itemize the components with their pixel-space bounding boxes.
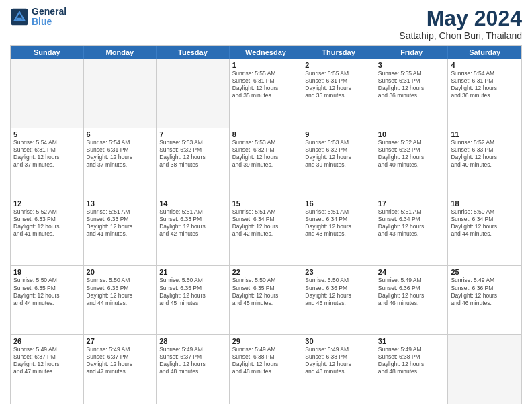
day-info: Sunrise: 5:51 AMSunset: 6:33 PMDaylight:… xyxy=(159,208,226,238)
page: General Blue May 2024 Sattahip, Chon Bur… xyxy=(0,0,532,411)
day-header-sunday: Sunday xyxy=(11,46,84,59)
day-number: 6 xyxy=(87,130,154,138)
day-number: 7 xyxy=(159,130,226,138)
day-info: Sunrise: 5:55 AMSunset: 6:31 PMDaylight:… xyxy=(305,70,372,99)
logo-line2: Blue xyxy=(32,17,66,27)
day-info: Sunrise: 5:49 AMSunset: 6:37 PMDaylight:… xyxy=(87,346,154,375)
day-number: 29 xyxy=(232,337,300,345)
day-header-saturday: Saturday xyxy=(448,46,521,59)
week-row-1: 1Sunrise: 5:55 AMSunset: 6:31 PMDaylight… xyxy=(11,59,521,128)
day-info: Sunrise: 5:53 AMSunset: 6:32 PMDaylight:… xyxy=(159,139,226,169)
subtitle: Sattahip, Chon Buri, Thailand xyxy=(399,30,522,41)
day-cell: 1Sunrise: 5:55 AMSunset: 6:31 PMDaylight… xyxy=(230,59,303,128)
day-cell: 24Sunrise: 5:49 AMSunset: 6:36 PMDayligh… xyxy=(375,266,449,334)
logo-line1: General xyxy=(32,7,66,17)
day-number: 10 xyxy=(378,130,445,138)
day-number: 17 xyxy=(378,199,445,208)
day-cell: 31Sunrise: 5:49 AMSunset: 6:38 PMDayligh… xyxy=(375,335,449,404)
day-header-monday: Monday xyxy=(84,46,157,59)
day-cell: 15Sunrise: 5:51 AMSunset: 6:34 PMDayligh… xyxy=(230,197,303,266)
logo-icon xyxy=(10,7,29,26)
day-info: Sunrise: 5:49 AMSunset: 6:36 PMDaylight:… xyxy=(451,277,519,306)
day-info: Sunrise: 5:50 AMSunset: 6:35 PMDaylight:… xyxy=(87,277,154,306)
day-cell: 9Sunrise: 5:53 AMSunset: 6:32 PMDaylight… xyxy=(302,128,375,197)
day-number: 22 xyxy=(232,268,300,276)
day-info: Sunrise: 5:51 AMSunset: 6:34 PMDaylight:… xyxy=(305,208,372,238)
day-info: Sunrise: 5:54 AMSunset: 6:31 PMDaylight:… xyxy=(451,70,519,99)
day-cell: 23Sunrise: 5:50 AMSunset: 6:36 PMDayligh… xyxy=(302,266,375,334)
day-header-friday: Friday xyxy=(375,46,449,59)
day-cell: 28Sunrise: 5:49 AMSunset: 6:37 PMDayligh… xyxy=(157,335,230,404)
day-cell: 3Sunrise: 5:55 AMSunset: 6:31 PMDaylight… xyxy=(375,59,449,128)
day-number: 27 xyxy=(87,337,154,345)
day-info: Sunrise: 5:51 AMSunset: 6:34 PMDaylight:… xyxy=(378,208,445,238)
day-cell: 12Sunrise: 5:52 AMSunset: 6:33 PMDayligh… xyxy=(11,197,84,266)
day-cell: 29Sunrise: 5:49 AMSunset: 6:38 PMDayligh… xyxy=(230,335,303,404)
day-cell: 6Sunrise: 5:54 AMSunset: 6:31 PMDaylight… xyxy=(84,128,157,197)
day-number: 13 xyxy=(87,199,154,208)
day-cell: 13Sunrise: 5:51 AMSunset: 6:33 PMDayligh… xyxy=(84,197,157,266)
day-number: 5 xyxy=(13,130,81,138)
day-cell xyxy=(157,59,230,128)
main-title: May 2024 xyxy=(399,7,522,30)
day-info: Sunrise: 5:54 AMSunset: 6:31 PMDaylight:… xyxy=(13,139,81,169)
day-info: Sunrise: 5:50 AMSunset: 6:34 PMDaylight:… xyxy=(451,208,519,238)
day-number: 31 xyxy=(378,337,445,345)
day-cell xyxy=(11,59,84,128)
day-info: Sunrise: 5:50 AMSunset: 6:35 PMDaylight:… xyxy=(159,277,226,306)
day-info: Sunrise: 5:49 AMSunset: 6:36 PMDaylight:… xyxy=(378,277,445,306)
day-number: 11 xyxy=(451,130,519,138)
day-headers: SundayMondayTuesdayWednesdayThursdayFrid… xyxy=(11,46,521,59)
title-block: May 2024 Sattahip, Chon Buri, Thailand xyxy=(399,7,522,41)
day-cell: 8Sunrise: 5:53 AMSunset: 6:32 PMDaylight… xyxy=(230,128,303,197)
logo: General Blue xyxy=(10,7,66,28)
week-row-4: 19Sunrise: 5:50 AMSunset: 6:35 PMDayligh… xyxy=(11,265,521,334)
day-cell: 27Sunrise: 5:49 AMSunset: 6:37 PMDayligh… xyxy=(84,335,157,404)
day-info: Sunrise: 5:50 AMSunset: 6:35 PMDaylight:… xyxy=(232,277,300,306)
day-cell xyxy=(84,59,157,128)
day-info: Sunrise: 5:49 AMSunset: 6:38 PMDaylight:… xyxy=(378,346,445,375)
day-info: Sunrise: 5:51 AMSunset: 6:33 PMDaylight:… xyxy=(87,208,154,238)
day-info: Sunrise: 5:50 AMSunset: 6:35 PMDaylight:… xyxy=(13,277,81,306)
day-info: Sunrise: 5:49 AMSunset: 6:38 PMDaylight:… xyxy=(305,346,372,375)
day-cell: 22Sunrise: 5:50 AMSunset: 6:35 PMDayligh… xyxy=(230,266,303,334)
day-info: Sunrise: 5:52 AMSunset: 6:32 PMDaylight:… xyxy=(378,139,445,169)
header: General Blue May 2024 Sattahip, Chon Bur… xyxy=(10,7,522,41)
calendar: SundayMondayTuesdayWednesdayThursdayFrid… xyxy=(10,45,522,404)
day-cell: 11Sunrise: 5:52 AMSunset: 6:33 PMDayligh… xyxy=(448,128,521,197)
day-number: 30 xyxy=(305,337,372,345)
day-info: Sunrise: 5:52 AMSunset: 6:33 PMDaylight:… xyxy=(13,208,81,238)
day-cell: 25Sunrise: 5:49 AMSunset: 6:36 PMDayligh… xyxy=(448,266,521,334)
week-row-2: 5Sunrise: 5:54 AMSunset: 6:31 PMDaylight… xyxy=(11,128,521,197)
day-number: 15 xyxy=(232,199,300,208)
day-number: 4 xyxy=(451,61,519,69)
day-number: 3 xyxy=(378,61,445,69)
day-info: Sunrise: 5:52 AMSunset: 6:33 PMDaylight:… xyxy=(451,139,519,169)
day-cell: 30Sunrise: 5:49 AMSunset: 6:38 PMDayligh… xyxy=(302,335,375,404)
day-number: 18 xyxy=(451,199,519,208)
svg-rect-2 xyxy=(17,18,22,21)
day-header-thursday: Thursday xyxy=(302,46,375,59)
day-number: 12 xyxy=(13,199,81,208)
day-number: 25 xyxy=(451,268,519,276)
day-number: 1 xyxy=(232,61,300,69)
day-info: Sunrise: 5:53 AMSunset: 6:32 PMDaylight:… xyxy=(305,139,372,169)
day-cell: 2Sunrise: 5:55 AMSunset: 6:31 PMDaylight… xyxy=(302,59,375,128)
week-row-5: 26Sunrise: 5:49 AMSunset: 6:37 PMDayligh… xyxy=(11,334,521,404)
day-cell: 19Sunrise: 5:50 AMSunset: 6:35 PMDayligh… xyxy=(11,266,84,334)
day-cell xyxy=(448,335,521,404)
day-cell: 4Sunrise: 5:54 AMSunset: 6:31 PMDaylight… xyxy=(448,59,521,128)
day-cell: 14Sunrise: 5:51 AMSunset: 6:33 PMDayligh… xyxy=(157,197,230,266)
day-header-wednesday: Wednesday xyxy=(230,46,303,59)
day-number: 8 xyxy=(232,130,300,138)
day-info: Sunrise: 5:49 AMSunset: 6:37 PMDaylight:… xyxy=(13,346,81,375)
day-info: Sunrise: 5:49 AMSunset: 6:37 PMDaylight:… xyxy=(159,346,226,375)
day-cell: 21Sunrise: 5:50 AMSunset: 6:35 PMDayligh… xyxy=(157,266,230,334)
day-cell: 10Sunrise: 5:52 AMSunset: 6:32 PMDayligh… xyxy=(375,128,449,197)
day-number: 19 xyxy=(13,268,81,276)
day-header-tuesday: Tuesday xyxy=(157,46,230,59)
day-cell: 18Sunrise: 5:50 AMSunset: 6:34 PMDayligh… xyxy=(448,197,521,266)
calendar-grid: 1Sunrise: 5:55 AMSunset: 6:31 PMDaylight… xyxy=(11,59,521,404)
day-info: Sunrise: 5:53 AMSunset: 6:32 PMDaylight:… xyxy=(232,139,300,169)
day-number: 20 xyxy=(87,268,154,276)
